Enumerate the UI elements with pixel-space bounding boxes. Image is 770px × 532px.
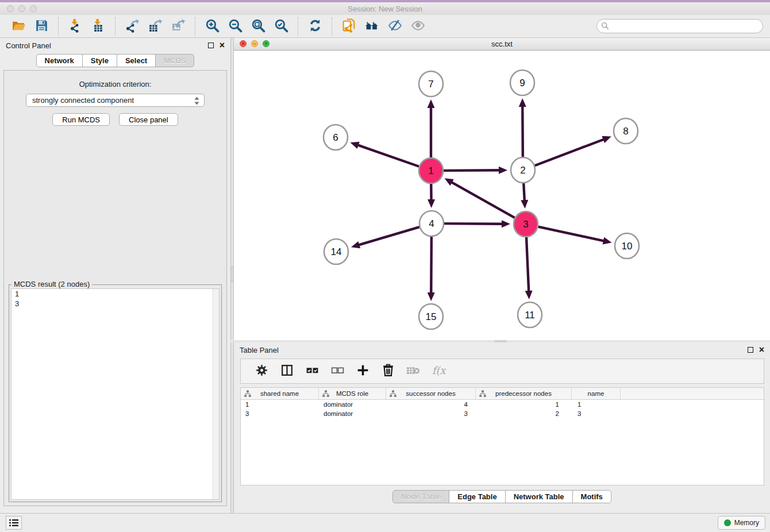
table-tab-node-table[interactable]: Node Table bbox=[392, 490, 449, 503]
close-panel-button[interactable]: Close panel bbox=[119, 113, 178, 126]
hide-selected-button[interactable] bbox=[386, 17, 404, 36]
edge-2-3[interactable] bbox=[521, 183, 528, 209]
network-canvas[interactable]: 7968124314101511 bbox=[234, 51, 770, 340]
node-8[interactable]: 8 bbox=[614, 118, 638, 144]
network-minimize-button[interactable]: – bbox=[251, 40, 258, 47]
cell-shared-name[interactable]: 3 bbox=[241, 410, 319, 417]
cell-successor-nodes[interactable]: 4 bbox=[386, 401, 476, 408]
export-table-button[interactable] bbox=[146, 17, 164, 36]
result-scrollbar[interactable] bbox=[213, 289, 219, 499]
network-graph[interactable]: 7968124314101511 bbox=[234, 51, 770, 340]
cell-predecessor-nodes[interactable]: 1 bbox=[476, 401, 572, 408]
table-panel-close-icon[interactable]: × bbox=[759, 347, 764, 353]
table-settings-button[interactable] bbox=[252, 362, 271, 380]
memory-button[interactable]: Memory bbox=[718, 516, 765, 530]
zoom-out-button[interactable] bbox=[226, 17, 244, 36]
control-panel-float-icon[interactable] bbox=[208, 43, 214, 48]
network-window-titlebar[interactable]: × – + scc.txt bbox=[234, 38, 770, 51]
zoom-fit-button[interactable] bbox=[249, 17, 267, 36]
node-11[interactable]: 11 bbox=[518, 302, 542, 327]
column-header-successor-nodes[interactable]: successor nodes bbox=[386, 388, 476, 399]
cell-predecessor-nodes[interactable]: 2 bbox=[476, 410, 572, 417]
import-table-button[interactable] bbox=[89, 17, 107, 36]
table-tab-edge-table[interactable]: Edge Table bbox=[449, 490, 505, 503]
task-history-button[interactable] bbox=[6, 516, 22, 530]
edge-2-9[interactable] bbox=[519, 98, 526, 157]
column-layout-icon bbox=[280, 363, 294, 379]
edge-3-11[interactable] bbox=[525, 237, 533, 299]
table-row[interactable]: 1dominator411 bbox=[241, 400, 764, 409]
table-row[interactable]: 3dominator323 bbox=[241, 409, 764, 418]
node-7[interactable]: 7 bbox=[419, 71, 443, 97]
close-window-button[interactable] bbox=[7, 5, 14, 12]
cell-name[interactable]: 3 bbox=[572, 410, 621, 417]
node-9[interactable]: 9 bbox=[510, 70, 534, 95]
export-image-button[interactable] bbox=[169, 17, 187, 36]
tab-select[interactable]: Select bbox=[117, 54, 156, 67]
cell-MCDS-role[interactable]: dominator bbox=[319, 410, 386, 417]
import-network-button[interactable] bbox=[66, 17, 84, 36]
edge-1-2[interactable] bbox=[444, 167, 507, 174]
network-close-button[interactable]: × bbox=[240, 40, 247, 47]
cell-MCDS-role[interactable]: dominator bbox=[319, 401, 386, 408]
node-15[interactable]: 15 bbox=[419, 304, 443, 329]
minimize-window-button[interactable] bbox=[18, 5, 25, 12]
table-panel-float-icon[interactable] bbox=[748, 347, 753, 353]
table-header-row: shared name MCDS role successor nodes pr… bbox=[241, 388, 764, 400]
tab-network[interactable]: Network bbox=[36, 54, 83, 67]
node-14[interactable]: 14 bbox=[324, 239, 348, 264]
cell-successor-nodes[interactable]: 3 bbox=[386, 410, 476, 417]
edge-2-8[interactable] bbox=[535, 136, 611, 165]
edge-4-15[interactable] bbox=[428, 236, 435, 301]
edge-1-4[interactable] bbox=[428, 183, 435, 208]
export-network-button[interactable] bbox=[123, 17, 141, 36]
edge-1-7[interactable] bbox=[428, 99, 435, 158]
refresh-button[interactable] bbox=[306, 17, 324, 36]
delete-columns-button[interactable] bbox=[379, 362, 397, 380]
edge-3-1[interactable] bbox=[445, 178, 515, 218]
tab-mcds[interactable]: MCDS bbox=[155, 54, 194, 67]
edge-4-3[interactable] bbox=[444, 220, 510, 228]
svg-text:f(x): f(x) bbox=[432, 365, 446, 376]
mcds-result-list[interactable]: 13 bbox=[11, 288, 220, 500]
table-tab-motifs[interactable]: Motifs bbox=[572, 490, 611, 503]
node-10[interactable]: 10 bbox=[615, 233, 639, 259]
create-column-button[interactable] bbox=[353, 362, 372, 380]
first-neighbors-button[interactable] bbox=[363, 17, 381, 36]
zoom-selected-button[interactable] bbox=[272, 17, 290, 36]
open-session-button[interactable] bbox=[9, 17, 28, 36]
mcds-result-line: 1 bbox=[11, 289, 219, 299]
node-4[interactable]: 4 bbox=[419, 211, 444, 236]
node-3[interactable]: 3 bbox=[514, 211, 538, 237]
new-network-from-selection-button[interactable] bbox=[340, 17, 358, 36]
node-1[interactable]: 1 bbox=[419, 158, 443, 183]
column-header-MCDS-role[interactable]: MCDS role bbox=[319, 388, 386, 399]
save-session-button[interactable] bbox=[32, 17, 51, 36]
node-label: 1 bbox=[428, 165, 433, 176]
column-header-name[interactable]: name bbox=[572, 388, 621, 399]
tab-style[interactable]: Style bbox=[82, 54, 117, 67]
node-6[interactable]: 6 bbox=[324, 125, 348, 150]
select-all-button[interactable] bbox=[303, 362, 321, 380]
run-mcds-button[interactable]: Run MCDS bbox=[52, 113, 110, 126]
table-tab-network-table[interactable]: Network Table bbox=[505, 490, 573, 503]
edge-3-10[interactable] bbox=[538, 227, 612, 245]
deselect-all-button[interactable] bbox=[328, 362, 346, 380]
column-header-predecessor-nodes[interactable]: predecessor nodes bbox=[476, 388, 572, 399]
network-maximize-button[interactable]: + bbox=[263, 40, 270, 47]
maximize-window-button[interactable] bbox=[30, 5, 37, 12]
optimization-criterion-select[interactable]: strongly connected component bbox=[26, 94, 205, 107]
cell-shared-name[interactable]: 1 bbox=[241, 401, 319, 408]
search-input[interactable] bbox=[596, 19, 763, 33]
edge-1-6[interactable] bbox=[350, 142, 419, 167]
node-2[interactable]: 2 bbox=[511, 157, 535, 183]
zoom-in-button[interactable] bbox=[203, 17, 221, 36]
cell-name[interactable]: 1 bbox=[572, 401, 621, 408]
control-panel-close-icon[interactable]: × bbox=[220, 43, 225, 48]
column-header-shared-name[interactable]: shared name bbox=[241, 388, 319, 399]
status-bar: Memory bbox=[0, 513, 770, 532]
vertical-splitter-grip[interactable] bbox=[231, 267, 233, 282]
column-layout-button[interactable] bbox=[278, 362, 296, 380]
edge-4-14[interactable] bbox=[351, 227, 419, 248]
show-all-button[interactable] bbox=[409, 17, 427, 36]
